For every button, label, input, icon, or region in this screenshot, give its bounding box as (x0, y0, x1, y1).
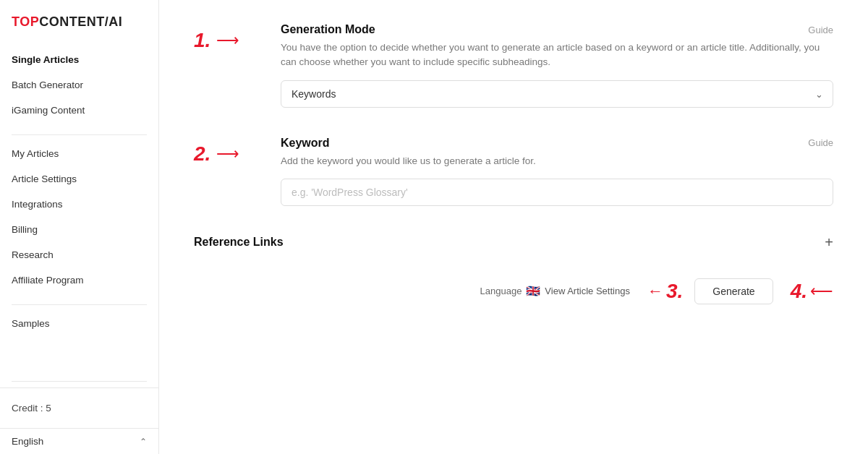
add-reference-link-icon[interactable]: + (825, 235, 833, 249)
keyword-header: Keyword Guide (281, 137, 833, 150)
keyword-section: Keyword Guide Add the keyword you would … (281, 137, 833, 206)
sidebar-item-igaming-content[interactable]: iGaming Content (0, 98, 158, 123)
sidebar-bottom: Credit : 5 (0, 387, 158, 428)
sidebar-divider-1 (12, 134, 147, 135)
sidebar-item-samples[interactable]: Samples (0, 311, 158, 336)
main-content: 1. ⟶ Generation Mode Guide You have the … (159, 0, 868, 454)
generation-mode-header: Generation Mode Guide (281, 23, 833, 36)
keyword-title: Keyword (281, 137, 330, 150)
sidebar-item-integrations[interactable]: Integrations (0, 192, 158, 217)
sidebar-divider-2 (12, 304, 147, 305)
step-3-annotation: ← 3. (647, 280, 683, 303)
generation-mode-row: 1. ⟶ Generation Mode Guide You have the … (194, 23, 833, 137)
language-area: Language 🇬🇧 View Article Settings (480, 286, 630, 296)
logo-top: TOP (12, 14, 39, 29)
generation-mode-guide-link[interactable]: Guide (808, 25, 833, 35)
sidebar-item-article-settings[interactable]: Article Settings (0, 166, 158, 192)
step-4-arrow-icon: ⟵ (810, 282, 833, 301)
flag-icon: 🇬🇧 (526, 286, 540, 296)
step-2-annotation: 2. ⟶ (194, 137, 281, 166)
language-text-label: Language (480, 286, 522, 296)
keyword-guide-link[interactable]: Guide (808, 137, 833, 148)
generation-mode-title: Generation Mode (281, 23, 375, 36)
step-2-number: 2. (194, 142, 210, 166)
view-article-settings-link[interactable]: View Article Settings (545, 286, 630, 296)
step-3-number: 3. (666, 280, 683, 303)
step-4-annotation: 4. ⟵ (791, 280, 833, 303)
sidebar-item-billing[interactable]: Billing (0, 217, 158, 242)
generation-mode-select-wrapper: Keywords Article Title ⌄ (281, 80, 833, 108)
logo: TOPCONTENT/AI (0, 0, 158, 47)
generation-mode-select[interactable]: Keywords Article Title (281, 80, 833, 108)
chevron-up-icon: ⌃ (140, 437, 147, 447)
sidebar-item-my-articles[interactable]: My Articles (0, 141, 158, 166)
keyword-input[interactable] (281, 179, 833, 206)
sidebar-item-affiliate-program[interactable]: Affiliate Program (0, 267, 158, 293)
reference-links-section: Reference Links + (194, 235, 833, 249)
step-3-arrow-icon: ← (647, 282, 663, 301)
step-2-arrow-icon: ⟶ (216, 145, 239, 163)
language-label: English (12, 436, 43, 447)
sidebar-item-research[interactable]: Research (0, 242, 158, 267)
nav-tertiary-group: Samples (0, 311, 158, 342)
nav-secondary-group: My Articles Article Settings Integration… (0, 141, 158, 299)
step-1-number: 1. (194, 29, 210, 52)
generate-button[interactable]: Generate (694, 278, 773, 304)
generation-mode-description: You have the option to decide whether yo… (281, 40, 833, 70)
reference-links-title: Reference Links (194, 236, 284, 249)
step-1-arrow-icon: ⟶ (216, 31, 239, 50)
credit-label: Credit : 5 (12, 397, 147, 419)
logo-content: CONTENT/AI (39, 14, 122, 29)
sidebar-item-batch-generator[interactable]: Batch Generator (0, 72, 158, 98)
bottom-bar: Language 🇬🇧 View Article Settings ← 3. G… (194, 278, 833, 304)
keyword-description: Add the keyword you would like us to gen… (281, 154, 833, 168)
keyword-row: 2. ⟶ Keyword Guide Add the keyword you w… (194, 137, 833, 235)
sidebar: TOPCONTENT/AI Single Articles Batch Gene… (0, 0, 159, 454)
sidebar-item-single-articles[interactable]: Single Articles (0, 47, 158, 72)
step-4-number: 4. (791, 280, 807, 303)
sidebar-divider-3 (12, 381, 147, 382)
language-selector[interactable]: English ⌃ (0, 428, 158, 454)
step-1-annotation: 1. ⟶ (194, 23, 281, 52)
nav-main-group: Single Articles Batch Generator iGaming … (0, 47, 158, 129)
generation-mode-section: Generation Mode Guide You have the optio… (281, 23, 833, 108)
reference-links-header: Reference Links + (194, 235, 833, 249)
